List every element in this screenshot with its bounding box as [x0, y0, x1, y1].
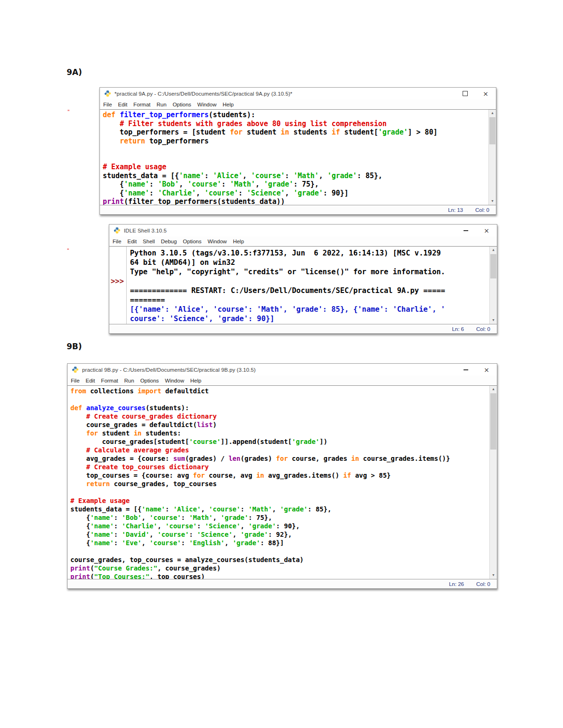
prompt-separator — [126, 247, 127, 324]
section-label-9a: 9A) — [67, 68, 82, 77]
window-controls: × — [456, 225, 497, 236]
scroll-down-icon[interactable]: ▼ — [489, 198, 496, 205]
menu-edit[interactable]: Edit — [118, 102, 128, 107]
close-button[interactable]: × — [476, 364, 497, 375]
menu-run[interactable]: Run — [124, 378, 134, 383]
scroll-up-icon[interactable]: ▲ — [490, 386, 497, 393]
menu-help[interactable]: Help — [222, 102, 234, 107]
menu-format[interactable]: Format — [101, 378, 118, 383]
scroll-up-icon[interactable]: ▲ — [489, 110, 496, 117]
menu-help[interactable]: Help — [233, 239, 244, 244]
code-line: top_courses = {course: avg for course, a… — [70, 471, 497, 480]
status-column-number: Col: 0 — [476, 581, 490, 587]
minimize-icon — [464, 230, 468, 231]
window-editor-9b: practical 9B.py - C:/Users/Dell/Document… — [67, 363, 497, 589]
shell-prompt — [109, 305, 126, 314]
code-line: return course_grades, top_courses — [70, 480, 497, 488]
vertical-scrollbar[interactable]: ▲ ▼ — [489, 247, 497, 324]
code-line: from collections import defaultdict — [70, 387, 497, 395]
scroll-thumb[interactable] — [490, 254, 496, 278]
shell-prompt — [109, 314, 126, 323]
shell-line: Type "help", "copyright", "credits" or "… — [109, 267, 497, 277]
code-line: {'name': 'David', 'course': 'Science', '… — [70, 530, 497, 539]
code-area: def filter_top_performers(students): # F… — [100, 110, 496, 205]
code-line — [70, 395, 497, 404]
code-line: # Create course_grades dictionary — [70, 412, 497, 420]
maximize-icon — [463, 91, 468, 96]
status-bar: Ln: 13 Col: 0 — [100, 205, 496, 214]
menu-run[interactable]: Run — [157, 102, 167, 107]
code-line: {'name': 'Bob', 'course': 'Math', 'grade… — [103, 180, 496, 189]
vertical-scrollbar[interactable]: ▲ ▼ — [489, 386, 497, 579]
shell-prompt — [109, 295, 126, 305]
code-line: def filter_top_performers(students): — [103, 111, 496, 120]
close-button[interactable]: × — [476, 225, 497, 236]
code-line: {'name': 'Eve', 'course': 'English', 'gr… — [70, 539, 497, 547]
code-line: students_data = [{'name': 'Alice', 'cour… — [103, 172, 496, 180]
code-line: def analyze_courses(students): — [70, 404, 497, 412]
shell-text: Type "help", "copyright", "credits" or "… — [126, 267, 445, 277]
titlebar[interactable]: *practical 9A.py - C:/Users/Dell/Documen… — [100, 88, 496, 99]
shell-line: [{'name': 'Alice', 'course': 'Math', 'gr… — [109, 305, 497, 314]
code-editor-9b[interactable]: from collections import defaultdict def … — [68, 385, 497, 579]
shell-console[interactable]: Python 3.10.5 (tags/v3.10.5:f377153, Jun… — [109, 246, 497, 324]
status-bar: Ln: 6 Col: 0 — [109, 324, 497, 333]
close-icon: × — [484, 227, 489, 234]
scroll-up-icon[interactable]: ▲ — [490, 247, 497, 254]
menu-debug[interactable]: Debug — [161, 239, 177, 244]
menu-edit[interactable]: Edit — [128, 239, 137, 244]
maximize-button[interactable] — [455, 88, 475, 99]
python-file-icon — [72, 366, 79, 373]
menu-window[interactable]: Window — [198, 102, 217, 107]
status-line-number: Ln: 26 — [449, 581, 464, 587]
vertical-scrollbar[interactable]: ▲ ▼ — [488, 110, 496, 205]
status-line-number: Ln: 13 — [448, 207, 463, 213]
shell-text: course': 'Science', 'grade': 90}] — [126, 314, 274, 323]
titlebar[interactable]: IDLE Shell 3.10.5 × — [109, 225, 497, 236]
shell-prompt: >>> — [109, 277, 126, 286]
code-line — [70, 547, 497, 555]
code-line: course_grades[student['course']].append(… — [70, 437, 497, 446]
minimize-button[interactable] — [456, 225, 476, 236]
shell-output-area: Python 3.10.5 (tags/v3.10.5:f377153, Jun… — [109, 247, 497, 323]
menu-format[interactable]: Format — [133, 102, 150, 107]
titlebar[interactable]: practical 9B.py - C:/Users/Dell/Document… — [68, 364, 497, 375]
minimize-button[interactable] — [456, 364, 476, 375]
shell-text — [126, 277, 134, 286]
menu-file[interactable]: File — [71, 378, 80, 383]
menu-file[interactable]: File — [113, 239, 122, 244]
status-column-number: Col: 0 — [476, 326, 490, 332]
code-line — [103, 154, 496, 163]
code-line: # Calculate average grades — [70, 446, 497, 454]
menu-options[interactable]: Options — [140, 378, 159, 383]
scroll-thumb[interactable] — [490, 393, 496, 450]
window-title: IDLE Shell 3.10.5 — [124, 228, 167, 233]
menu-shell[interactable]: Shell — [143, 239, 155, 244]
code-line: # Filter students with grades above 80 u… — [103, 120, 496, 128]
menu-edit[interactable]: Edit — [86, 378, 95, 383]
window-controls: × — [456, 364, 497, 375]
menu-help[interactable]: Help — [190, 378, 201, 383]
code-line: {'name': 'Bob', 'course': 'Math', 'grade… — [70, 513, 497, 522]
red-mark — [67, 248, 69, 250]
shell-prompt — [109, 258, 126, 267]
menu-window[interactable]: Window — [207, 239, 227, 244]
code-line: students_data = [{'name': 'Alice', 'cour… — [70, 505, 497, 513]
section-label-9b: 9B) — [67, 342, 82, 351]
code-line: for student in students: — [70, 429, 497, 437]
menu-options[interactable]: Options — [183, 239, 202, 244]
window-editor-9a: *practical 9A.py - C:/Users/Dell/Documen… — [99, 87, 496, 215]
menu-bar: FileEditFormatRunOptionsWindowHelp — [100, 99, 496, 109]
close-button[interactable]: × — [475, 88, 496, 99]
code-editor-9a[interactable]: def filter_top_performers(students): # F… — [100, 109, 496, 205]
shell-line: ============= RESTART: C:/Users/Dell/Doc… — [109, 286, 497, 295]
shell-text: [{'name': 'Alice', 'course': 'Math', 'gr… — [126, 305, 445, 314]
scroll-down-icon[interactable]: ▼ — [490, 317, 497, 324]
scroll-down-icon[interactable]: ▼ — [490, 572, 497, 579]
scroll-thumb[interactable] — [489, 117, 495, 144]
shell-prompt — [109, 248, 126, 258]
shell-line: >>> — [109, 277, 497, 286]
menu-file[interactable]: File — [103, 102, 112, 107]
menu-window[interactable]: Window — [165, 378, 184, 383]
menu-options[interactable]: Options — [173, 102, 191, 107]
